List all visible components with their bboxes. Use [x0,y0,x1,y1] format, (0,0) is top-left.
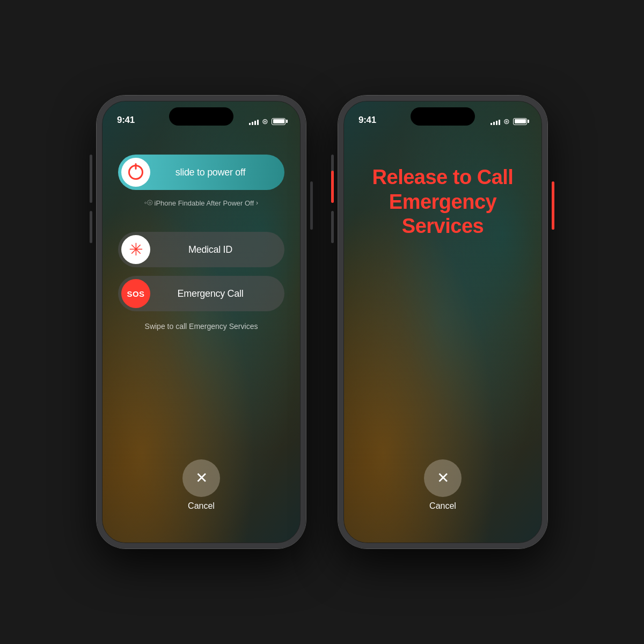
vol-down-button-left[interactable] [90,211,92,243]
release-to-call-text: Release to Call Emergency Services [360,165,526,239]
bar4r [499,120,500,125]
findable-chevron: › [256,199,258,207]
release-line2: Emergency Services [389,191,496,238]
swipe-hint: Swipe to call Emergency Services [145,322,258,331]
signal-icon-left [249,118,259,125]
left-phone: 9:41 ⊛ slide to pow [97,96,306,548]
cancel-button-right[interactable]: ✕ [424,459,462,497]
medical-id-thumb: ✳ [121,235,150,264]
cancel-label-left: Cancel [188,501,215,511]
cancel-x-icon-right: ✕ [437,471,449,486]
left-phone-frame: 9:41 ⊛ slide to pow [97,96,306,548]
medical-asterisk-icon: ✳ [129,241,143,258]
bar3r [496,121,497,125]
bar2 [252,122,253,125]
power-icon [128,165,143,180]
findable-text[interactable]: ◦⦾ iPhone Findable After Power Off › [144,199,258,207]
status-time-right: 9:41 [358,115,376,126]
power-slider-label: slide to power off [150,167,281,178]
signal-icon-right [491,118,500,125]
cancel-section-left: ✕ Cancel [182,459,220,511]
sos-text: SOS [127,289,144,298]
dynamic-island-right [411,107,475,126]
status-time-left: 9:41 [117,115,135,126]
battery-fill-right [515,119,526,123]
right-phone-frame: 9:41 ⊛ Release to Call Emergency Service… [338,96,547,548]
status-icons-right: ⊛ [491,117,527,126]
wifi-icon-right: ⊛ [503,117,510,126]
battery-fill-left [273,119,284,123]
medical-id-slider[interactable]: ✳ Medical ID [118,232,284,267]
vol-up-button-left[interactable] [90,171,92,203]
cancel-x-icon: ✕ [195,471,208,486]
power-off-slider[interactable]: slide to power off [118,155,284,190]
emergency-call-slider[interactable]: SOS Emergency Call [118,276,284,311]
bar2r [493,122,495,125]
bar3 [254,121,256,125]
bar4 [257,120,259,125]
sos-thumb: SOS [121,279,150,308]
findable-label: iPhone Findable After Power Off [155,199,254,207]
cancel-section-right: ✕ Cancel [424,459,462,511]
battery-icon-left [272,118,286,125]
medical-id-label: Medical ID [150,244,281,255]
vol-down-button-right[interactable] [331,211,334,243]
bar1r [491,123,492,125]
right-phone: 9:41 ⊛ Release to Call Emergency Service… [338,96,547,548]
status-icons-left: ⊛ [249,117,286,126]
release-line1: Release to Call [372,166,514,188]
vol-up-button-right[interactable] [331,171,334,203]
wifi-icon-left: ⊛ [262,117,268,126]
findable-signal-icon: ◦⦾ [144,199,152,207]
power-button-left[interactable] [310,181,313,230]
cancel-button-left[interactable]: ✕ [182,459,220,497]
cancel-label-right: Cancel [429,501,456,511]
emergency-call-label: Emergency Call [150,288,281,299]
bar1 [249,123,251,125]
battery-icon-right [513,118,527,125]
power-slider-thumb [121,158,150,187]
dynamic-island-left [169,107,233,126]
power-button-right[interactable] [552,181,554,230]
